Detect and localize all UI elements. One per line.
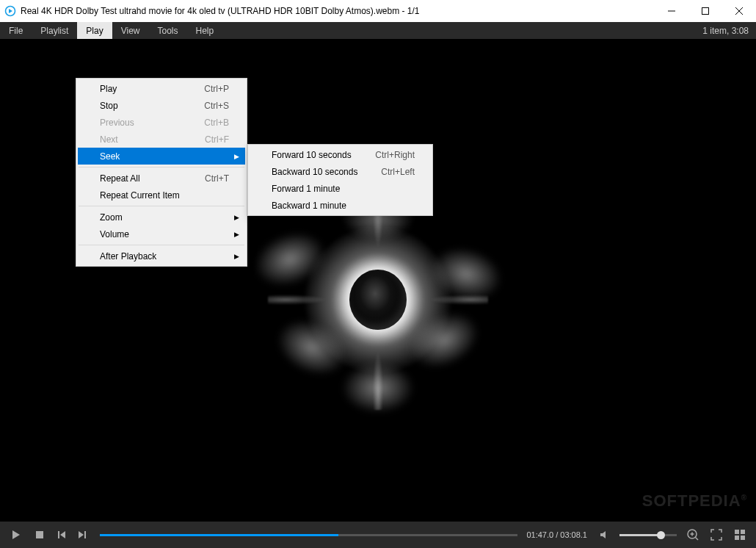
- submenu-arrow-icon: ▶: [234, 153, 239, 160]
- svg-line-9: [696, 538, 699, 541]
- menu-item-seek[interactable]: Seek▶: [78, 148, 245, 165]
- menu-item-play[interactable]: PlayCtrl+P: [78, 80, 245, 97]
- time-display: 01:47.0 / 03:08.1: [523, 530, 595, 539]
- grid-view-button[interactable]: [728, 522, 752, 548]
- menu-item-volume[interactable]: Volume▶: [78, 226, 245, 242]
- menu-item-after-playback[interactable]: After Playback▶: [78, 248, 245, 264]
- mute-button[interactable]: [595, 522, 615, 548]
- fullscreen-button[interactable]: [705, 522, 728, 548]
- menu-item-repeat-all[interactable]: Repeat AllCtrl+T: [78, 170, 245, 187]
- menu-item-previous: PreviousCtrl+B: [78, 114, 245, 131]
- menu-item-forward-10s[interactable]: Forward 10 secondsCtrl+Right: [250, 146, 431, 163]
- seek-bar[interactable]: [92, 522, 523, 548]
- menu-help[interactable]: Help: [187, 22, 223, 39]
- menu-item-backward-1m[interactable]: Backward 1 minute: [250, 197, 431, 214]
- submenu-arrow-icon: ▶: [234, 253, 239, 260]
- menu-item-backward-10s[interactable]: Backward 10 secondsCtrl+Left: [250, 163, 431, 180]
- menu-view[interactable]: View: [112, 22, 149, 39]
- stop-button[interactable]: [28, 522, 51, 548]
- menu-tools[interactable]: Tools: [149, 22, 187, 39]
- next-button[interactable]: [72, 522, 92, 548]
- zoom-in-button[interactable]: [681, 522, 705, 548]
- video-content: [261, 182, 495, 417]
- minimize-button[interactable]: [655, 0, 688, 22]
- menu-item-zoom[interactable]: Zoom▶: [78, 209, 245, 226]
- svg-rect-15: [741, 536, 745, 540]
- maximize-button[interactable]: [688, 0, 722, 22]
- menu-item-repeat-current[interactable]: Repeat Current Item: [78, 187, 245, 203]
- window-controls: [655, 0, 756, 22]
- svg-rect-5: [36, 531, 43, 538]
- close-button[interactable]: [722, 0, 756, 22]
- menu-separator: [79, 206, 244, 206]
- menu-play[interactable]: Play: [77, 22, 112, 39]
- watermark: SOFTPEDIA®: [642, 491, 747, 511]
- menu-item-stop[interactable]: StopCtrl+S: [78, 97, 245, 114]
- video-viewport[interactable]: SOFTPEDIA® PlayCtrl+P StopCtrl+S Previou…: [0, 39, 756, 522]
- previous-button[interactable]: [51, 522, 72, 548]
- svg-rect-7: [84, 531, 86, 538]
- svg-rect-14: [735, 536, 739, 540]
- menu-item-forward-1m[interactable]: Forward 1 minute: [250, 180, 431, 197]
- svg-rect-13: [741, 530, 745, 534]
- playback-controls: 01:47.0 / 03:08.1: [0, 522, 756, 548]
- play-button[interactable]: [4, 522, 28, 548]
- window-titlebar: Real 4K HDR Dolby Test ultrahd movie for…: [0, 0, 756, 22]
- menu-playlist[interactable]: Playlist: [32, 22, 77, 39]
- svg-rect-2: [702, 8, 709, 15]
- submenu-arrow-icon: ▶: [234, 214, 239, 221]
- window-title: Real 4K HDR Dolby Test ultrahd movie for…: [21, 6, 655, 16]
- menu-file[interactable]: File: [0, 22, 32, 39]
- play-dropdown: PlayCtrl+P StopCtrl+S PreviousCtrl+B Nex…: [76, 78, 247, 267]
- playlist-status: 1 item, 3:08: [695, 22, 756, 39]
- svg-rect-12: [735, 530, 739, 534]
- svg-rect-6: [58, 531, 59, 538]
- menu-item-next: NextCtrl+F: [78, 131, 245, 148]
- seek-submenu: Forward 10 secondsCtrl+Right Backward 10…: [247, 144, 433, 216]
- submenu-arrow-icon: ▶: [234, 231, 239, 238]
- app-icon: [4, 5, 16, 17]
- menu-separator: [79, 167, 244, 167]
- menu-separator: [79, 245, 244, 245]
- volume-slider[interactable]: [615, 522, 681, 548]
- menubar: File Playlist Play View Tools Help 1 ite…: [0, 22, 756, 39]
